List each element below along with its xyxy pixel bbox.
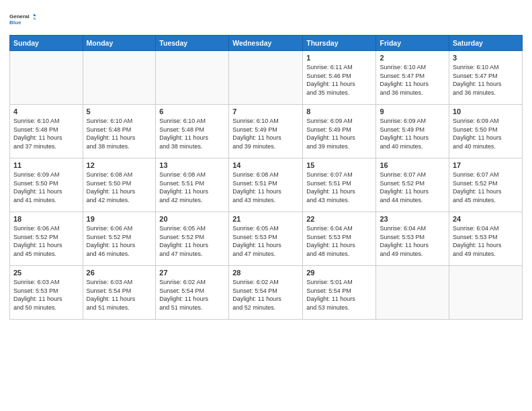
day-number: 29 <box>306 269 372 277</box>
day-number: 12 <box>87 161 152 169</box>
calendar-cell: 17Sunrise: 6:07 AMSunset: 5:52 PMDayligh… <box>449 158 522 212</box>
calendar-cell: 19Sunrise: 6:06 AMSunset: 5:52 PMDayligh… <box>83 212 156 266</box>
day-info: Sunrise: 6:10 AMSunset: 5:48 PMDaylight:… <box>159 117 225 150</box>
calendar-week-row: 18Sunrise: 6:06 AMSunset: 5:52 PMDayligh… <box>10 212 523 266</box>
calendar-cell: 23Sunrise: 6:04 AMSunset: 5:53 PMDayligh… <box>376 212 449 266</box>
calendar-cell: 2Sunrise: 6:10 AMSunset: 5:47 PMDaylight… <box>376 51 449 105</box>
day-info: Sunrise: 6:02 AMSunset: 5:54 PMDaylight:… <box>232 278 299 312</box>
day-number: 25 <box>13 269 79 277</box>
calendar-cell: 16Sunrise: 6:07 AMSunset: 5:52 PMDayligh… <box>376 158 449 212</box>
day-number: 19 <box>87 215 152 223</box>
calendar-week-row: 4Sunrise: 6:10 AMSunset: 5:48 PMDaylight… <box>10 105 523 158</box>
day-number: 28 <box>232 269 299 277</box>
day-number: 8 <box>306 107 372 116</box>
day-number: 6 <box>159 107 225 116</box>
day-number: 24 <box>453 215 519 223</box>
day-info: Sunrise: 6:07 AMSunset: 5:52 PMDaylight:… <box>380 171 445 204</box>
day-number: 21 <box>232 215 299 223</box>
calendar-cell <box>376 266 449 320</box>
calendar-table: SundayMondayTuesdayWednesdayThursdayFrid… <box>9 35 523 320</box>
day-info: Sunrise: 6:03 AMSunset: 5:54 PMDaylight:… <box>87 278 152 312</box>
calendar-week-row: 1Sunrise: 6:11 AMSunset: 5:46 PMDaylight… <box>10 51 523 105</box>
calendar-cell: 3Sunrise: 6:10 AMSunset: 5:47 PMDaylight… <box>449 51 522 105</box>
day-number: 7 <box>232 107 299 116</box>
day-number: 5 <box>87 107 152 116</box>
calendar-cell: 10Sunrise: 6:09 AMSunset: 5:50 PMDayligh… <box>449 105 522 158</box>
day-number: 4 <box>13 107 79 116</box>
day-info: Sunrise: 6:09 AMSunset: 5:49 PMDaylight:… <box>306 117 372 150</box>
day-number: 23 <box>380 215 445 223</box>
calendar-cell <box>10 51 83 105</box>
calendar-cell: 21Sunrise: 6:05 AMSunset: 5:53 PMDayligh… <box>229 212 303 266</box>
calendar-cell: 6Sunrise: 6:10 AMSunset: 5:48 PMDaylight… <box>156 105 229 158</box>
calendar-cell: 1Sunrise: 6:11 AMSunset: 5:46 PMDaylight… <box>303 51 376 105</box>
day-number: 17 <box>453 161 519 169</box>
calendar-cell: 26Sunrise: 6:03 AMSunset: 5:54 PMDayligh… <box>83 266 156 320</box>
day-number: 22 <box>306 215 372 223</box>
day-info: Sunrise: 6:08 AMSunset: 5:50 PMDaylight:… <box>87 171 152 204</box>
calendar-cell: 13Sunrise: 6:08 AMSunset: 5:51 PMDayligh… <box>156 158 229 212</box>
page: General Blue SundayMondayTuesdayWednesda… <box>0 0 532 411</box>
calendar-cell: 15Sunrise: 6:07 AMSunset: 5:51 PMDayligh… <box>303 158 376 212</box>
svg-marker-2 <box>34 13 36 16</box>
logo: General Blue <box>9 7 36 31</box>
calendar-cell: 4Sunrise: 6:10 AMSunset: 5:48 PMDaylight… <box>10 105 83 158</box>
calendar-cell: 28Sunrise: 6:02 AMSunset: 5:54 PMDayligh… <box>229 266 303 320</box>
day-info: Sunrise: 6:09 AMSunset: 5:50 PMDaylight:… <box>453 117 519 150</box>
day-info: Sunrise: 6:09 AMSunset: 5:49 PMDaylight:… <box>380 117 445 150</box>
day-number: 3 <box>453 54 519 62</box>
day-info: Sunrise: 6:06 AMSunset: 5:52 PMDaylight:… <box>87 224 152 258</box>
day-info: Sunrise: 6:10 AMSunset: 5:47 PMDaylight:… <box>380 63 445 97</box>
calendar-body: 1Sunrise: 6:11 AMSunset: 5:46 PMDaylight… <box>10 51 523 320</box>
svg-text:General: General <box>9 13 30 19</box>
calendar-cell: 9Sunrise: 6:09 AMSunset: 5:49 PMDaylight… <box>376 105 449 158</box>
calendar-day-header: Tuesday <box>156 36 229 51</box>
calendar-cell <box>229 51 303 105</box>
calendar-cell: 14Sunrise: 6:08 AMSunset: 5:51 PMDayligh… <box>229 158 303 212</box>
logo-svg: General Blue <box>9 7 36 31</box>
day-number: 20 <box>159 215 225 223</box>
day-info: Sunrise: 6:09 AMSunset: 5:50 PMDaylight:… <box>13 171 79 204</box>
day-info: Sunrise: 6:05 AMSunset: 5:52 PMDaylight:… <box>159 224 225 258</box>
calendar-cell <box>156 51 229 105</box>
day-number: 1 <box>306 54 372 62</box>
calendar-cell: 7Sunrise: 6:10 AMSunset: 5:49 PMDaylight… <box>229 105 303 158</box>
calendar-cell: 24Sunrise: 6:04 AMSunset: 5:53 PMDayligh… <box>449 212 522 266</box>
day-number: 15 <box>306 161 372 169</box>
calendar-cell: 11Sunrise: 6:09 AMSunset: 5:50 PMDayligh… <box>10 158 83 212</box>
day-info: Sunrise: 6:08 AMSunset: 5:51 PMDaylight:… <box>232 171 299 204</box>
svg-marker-3 <box>34 17 36 19</box>
day-info: Sunrise: 6:10 AMSunset: 5:48 PMDaylight:… <box>13 117 79 150</box>
calendar-cell: 8Sunrise: 6:09 AMSunset: 5:49 PMDaylight… <box>303 105 376 158</box>
day-number: 27 <box>159 269 225 277</box>
day-info: Sunrise: 6:04 AMSunset: 5:53 PMDaylight:… <box>306 224 372 258</box>
calendar-cell <box>83 51 156 105</box>
calendar-week-row: 25Sunrise: 6:03 AMSunset: 5:53 PMDayligh… <box>10 266 523 320</box>
day-info: Sunrise: 6:10 AMSunset: 5:48 PMDaylight:… <box>87 117 152 150</box>
calendar-day-header: Monday <box>83 36 156 51</box>
day-number: 16 <box>380 161 445 169</box>
calendar-cell: 12Sunrise: 6:08 AMSunset: 5:50 PMDayligh… <box>83 158 156 212</box>
calendar-cell <box>449 266 522 320</box>
day-info: Sunrise: 5:01 AMSunset: 5:54 PMDaylight:… <box>306 278 372 312</box>
svg-text:Blue: Blue <box>9 19 21 26</box>
day-info: Sunrise: 6:06 AMSunset: 5:52 PMDaylight:… <box>13 224 79 258</box>
day-info: Sunrise: 6:04 AMSunset: 5:53 PMDaylight:… <box>453 224 519 258</box>
day-number: 26 <box>87 269 152 277</box>
calendar-header-row: SundayMondayTuesdayWednesdayThursdayFrid… <box>10 36 523 51</box>
calendar-day-header: Friday <box>376 36 449 51</box>
day-number: 2 <box>380 54 445 62</box>
day-number: 13 <box>159 161 225 169</box>
day-info: Sunrise: 6:03 AMSunset: 5:53 PMDaylight:… <box>13 278 79 312</box>
day-info: Sunrise: 6:07 AMSunset: 5:51 PMDaylight:… <box>306 171 372 204</box>
day-info: Sunrise: 6:02 AMSunset: 5:54 PMDaylight:… <box>159 278 225 312</box>
calendar-day-header: Thursday <box>303 36 376 51</box>
header: General Blue <box>9 7 523 31</box>
calendar-cell: 20Sunrise: 6:05 AMSunset: 5:52 PMDayligh… <box>156 212 229 266</box>
calendar-cell: 22Sunrise: 6:04 AMSunset: 5:53 PMDayligh… <box>303 212 376 266</box>
day-number: 9 <box>380 107 445 116</box>
calendar-day-header: Wednesday <box>229 36 303 51</box>
day-number: 10 <box>453 107 519 116</box>
calendar-week-row: 11Sunrise: 6:09 AMSunset: 5:50 PMDayligh… <box>10 158 523 212</box>
calendar-cell: 29Sunrise: 5:01 AMSunset: 5:54 PMDayligh… <box>303 266 376 320</box>
